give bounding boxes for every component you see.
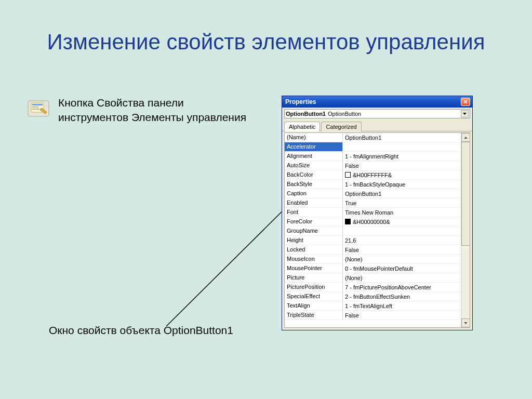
- scroll-up-icon[interactable]: [461, 133, 470, 142]
- property-value-text: 2 - fmButtonEffectSunken: [345, 294, 410, 300]
- property-value-text: (None): [345, 275, 363, 281]
- svg-line-5: [166, 202, 292, 326]
- properties-grid[interactable]: (Name)OptionButton1AcceleratorAlignment1…: [285, 133, 461, 327]
- close-icon[interactable]: [461, 98, 470, 106]
- property-name: Picture: [285, 273, 343, 283]
- properties-toolbar-icon: [27, 98, 50, 118]
- property-value-text: False: [345, 163, 359, 169]
- property-value-text: True: [345, 200, 356, 206]
- property-value-text: OptionButton1: [345, 135, 381, 141]
- property-value-text: False: [345, 312, 359, 318]
- property-row[interactable]: Alignment1 - fmAlignmentRight: [285, 152, 461, 161]
- object-selector[interactable]: OptionButton1 OptionButton: [284, 109, 470, 118]
- property-value-text: 7 - fmPicturePositionAboveCenter: [345, 284, 431, 290]
- property-value[interactable]: 0 - fmMousePointerDefault: [343, 264, 461, 273]
- object-name: OptionButton1: [286, 111, 326, 117]
- property-value[interactable]: 21,6: [343, 236, 461, 245]
- property-row[interactable]: TripleStateFalse: [285, 311, 461, 320]
- property-value[interactable]: [343, 142, 461, 152]
- property-value[interactable]: False: [343, 311, 461, 320]
- svg-rect-2: [32, 104, 43, 105]
- property-value[interactable]: (None): [343, 273, 461, 283]
- svg-rect-4: [32, 109, 39, 110]
- property-row[interactable]: LockedFalse: [285, 245, 461, 255]
- property-value-text: 21,6: [345, 237, 356, 244]
- property-row[interactable]: ForeColor&H00000000&: [285, 217, 461, 227]
- property-value[interactable]: True: [343, 198, 461, 208]
- property-value-text: &H00FFFFFF&: [353, 172, 392, 178]
- color-swatch: [345, 172, 351, 178]
- property-name: ForeColor: [285, 217, 343, 227]
- property-row[interactable]: EnabledTrue: [285, 198, 461, 208]
- property-value[interactable]: &H00FFFFFF&: [343, 170, 461, 180]
- property-name: BackStyle: [285, 180, 343, 189]
- tabs-row: Alphabetic Categorized: [282, 120, 472, 131]
- property-value-text: (None): [345, 256, 363, 262]
- pointer-arrow: [163, 198, 295, 329]
- svg-marker-7: [463, 113, 467, 115]
- property-name: TripleState: [285, 311, 343, 320]
- property-value[interactable]: [343, 227, 461, 236]
- property-row[interactable]: FontTimes New Roman: [285, 208, 461, 217]
- property-name: Accelerator: [285, 142, 343, 152]
- properties-titlebar[interactable]: Properties: [282, 96, 472, 108]
- property-name: Font: [285, 208, 343, 217]
- svg-marker-9: [464, 322, 468, 324]
- property-value[interactable]: OptionButton1: [343, 189, 461, 198]
- slide-title: Изменение свойств элементов управления: [0, 15, 532, 55]
- property-row[interactable]: SpecialEffect2 - fmButtonEffectSunken: [285, 292, 461, 301]
- property-value[interactable]: 1 - fmTextAlignLeft: [343, 301, 461, 311]
- property-value[interactable]: OptionButton1: [343, 133, 461, 142]
- property-value[interactable]: 2 - fmButtonEffectSunken: [343, 292, 461, 301]
- object-type: OptionButton: [328, 111, 361, 117]
- property-value[interactable]: (None): [343, 255, 461, 264]
- property-row[interactable]: (Name)OptionButton1: [285, 133, 461, 142]
- property-value[interactable]: False: [343, 245, 461, 255]
- property-name: Height: [285, 236, 343, 245]
- property-row[interactable]: Accelerator: [285, 142, 461, 152]
- property-name: Caption: [285, 189, 343, 198]
- property-row[interactable]: CaptionOptionButton1: [285, 189, 461, 198]
- color-swatch: [345, 219, 351, 224]
- property-name: MousePointer: [285, 264, 343, 273]
- property-value-text: OptionButton1: [345, 191, 381, 197]
- property-name: AutoSize: [285, 161, 343, 170]
- property-value-text: 1 - fmTextAlignLeft: [345, 303, 392, 309]
- property-name: GroupName: [285, 227, 343, 236]
- property-value[interactable]: 1 - fmAlignmentRight: [343, 152, 461, 161]
- property-value-text: &H00000000&: [353, 219, 390, 225]
- property-row[interactable]: PicturePosition7 - fmPicturePositionAbov…: [285, 283, 461, 292]
- property-row[interactable]: MousePointer0 - fmMousePointerDefault: [285, 264, 461, 273]
- property-value[interactable]: 1 - fmBackStyleOpaque: [343, 180, 461, 189]
- property-value[interactable]: False: [343, 161, 461, 170]
- property-value-text: False: [345, 247, 359, 253]
- property-name: BackColor: [285, 170, 343, 180]
- property-row[interactable]: BackStyle1 - fmBackStyleOpaque: [285, 180, 461, 189]
- property-name: PicturePosition: [285, 283, 343, 292]
- property-row[interactable]: MouseIcon(None): [285, 255, 461, 264]
- property-row[interactable]: GroupName: [285, 227, 461, 236]
- property-row[interactable]: Height21,6: [285, 236, 461, 245]
- property-row[interactable]: AutoSizeFalse: [285, 161, 461, 170]
- tab-alphabetic[interactable]: Alphabetic: [284, 122, 320, 131]
- svg-marker-8: [464, 137, 468, 139]
- property-name: (Name): [285, 133, 343, 142]
- scroll-thumb[interactable]: [461, 142, 470, 246]
- property-value-text: 1 - fmAlignmentRight: [345, 153, 398, 159]
- properties-window: Properties OptionButton1 OptionButton Al…: [282, 96, 473, 330]
- scroll-down-icon[interactable]: [461, 318, 470, 327]
- property-value[interactable]: 7 - fmPicturePositionAboveCenter: [343, 283, 461, 292]
- property-row[interactable]: BackColor&H00FFFFFF&: [285, 170, 461, 180]
- property-value[interactable]: &H00000000&: [343, 217, 461, 227]
- svg-rect-3: [32, 107, 38, 108]
- property-value[interactable]: Times New Roman: [343, 208, 461, 217]
- scrollbar[interactable]: [461, 133, 470, 327]
- property-name: Locked: [285, 245, 343, 255]
- properties-title-text: Properties: [285, 98, 316, 105]
- property-name: MouseIcon: [285, 255, 343, 264]
- property-value-text: 1 - fmBackStyleOpaque: [345, 181, 405, 188]
- property-row[interactable]: Picture(None): [285, 273, 461, 283]
- chevron-down-icon[interactable]: [461, 110, 469, 117]
- tab-categorized[interactable]: Categorized: [321, 122, 361, 131]
- property-row[interactable]: TextAlign1 - fmTextAlignLeft: [285, 301, 461, 311]
